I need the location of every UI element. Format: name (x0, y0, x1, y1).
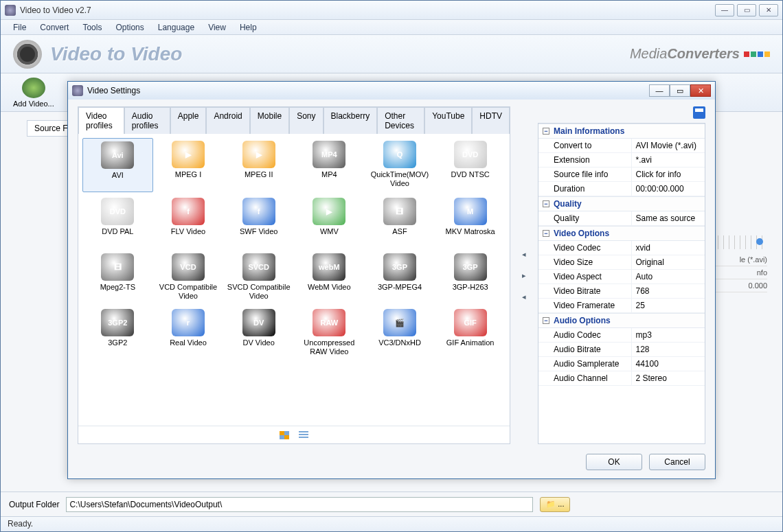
menu-item-file[interactable]: File (6, 21, 33, 34)
profile-avi[interactable]: AviAVI (82, 138, 153, 192)
profile-quicktime-mov-video[interactable]: QQuickTime(MOV) Video (365, 138, 435, 192)
add-video-button[interactable]: Add Video... (8, 76, 60, 109)
profile-3gp-h263[interactable]: 3GP3GP-H263 (435, 251, 506, 303)
grid-view-icon[interactable] (280, 431, 289, 439)
tab-sony[interactable]: Sony (289, 107, 323, 134)
tab-hdtv[interactable]: HDTV (472, 107, 510, 134)
menu-item-tools[interactable]: Tools (76, 21, 109, 34)
menu-item-convert[interactable]: Convert (33, 21, 76, 34)
profile-svcd-compatibile-video[interactable]: SVCDSVCD Compatibile Video (223, 251, 294, 303)
prop-group-main-informations[interactable]: −Main Informations (538, 124, 705, 139)
tab-blackberry[interactable]: Blackberry (324, 107, 378, 134)
prop-row[interactable]: Extension*.avi (538, 153, 705, 167)
profile-mp4[interactable]: MP4MP4 (294, 138, 365, 192)
menu-item-language[interactable]: Language (151, 21, 201, 34)
profile-flv-video[interactable]: fFLV Video (153, 195, 224, 248)
ok-button[interactable]: OK (586, 454, 642, 470)
tab-video-profiles[interactable]: Video profiles (78, 107, 124, 134)
prop-row[interactable]: Convert toAVI Movie (*.avi) (538, 139, 705, 153)
prop-value[interactable]: xvid (632, 241, 705, 255)
profile-dvd-pal[interactable]: DVDDVD PAL (82, 195, 153, 248)
dialog-maximize-button[interactable]: ▭ (670, 84, 690, 97)
profile-mkv-matroska[interactable]: MMKV Matroska (435, 195, 506, 248)
tab-mobile[interactable]: Mobile (250, 107, 289, 134)
menu-item-options[interactable]: Options (109, 21, 150, 34)
tab-audio-profiles[interactable]: Audio profiles (124, 107, 170, 134)
prop-row[interactable]: QualitySame as source (538, 211, 705, 226)
profile-gif-animation[interactable]: GIFGIF Animation (435, 306, 506, 359)
prop-value[interactable]: *.avi (632, 153, 705, 167)
scroll-left-icon-2[interactable]: ◂ (522, 292, 526, 301)
menu-item-view[interactable]: View (201, 21, 233, 34)
tab-apple[interactable]: Apple (170, 107, 207, 134)
prop-value[interactable]: Original (632, 255, 705, 269)
prop-group-quality[interactable]: −Quality (538, 196, 705, 211)
dialog-close-button[interactable]: ✕ (690, 84, 711, 97)
profile-vc3-dnxhd[interactable]: 🎬VC3/DNxHD (365, 306, 435, 359)
profile-icon: 🎬 (383, 309, 416, 336)
prop-value[interactable]: 2 Stereo (632, 371, 705, 385)
prop-group-title: Quality (554, 199, 582, 209)
minimize-button[interactable]: — (715, 4, 734, 16)
profile-mpeg2-ts[interactable]: 🎞Mpeg2-TS (82, 251, 153, 303)
profile-wmv[interactable]: ▶WMV (294, 195, 365, 248)
profile-dvd-ntsc[interactable]: DVDDVD NTSC (435, 138, 506, 192)
prop-row[interactable]: Audio Samplerate44100 (538, 357, 705, 371)
prop-row[interactable]: Source file infoClick for info (538, 167, 705, 182)
prop-value[interactable]: Auto (632, 270, 705, 284)
prop-value[interactable]: AVI Movie (*.avi) (632, 139, 705, 152)
save-icon[interactable] (693, 106, 705, 119)
add-video-label: Add Video... (13, 100, 54, 108)
profile-webm-video[interactable]: webMWebM Video (294, 251, 365, 303)
output-folder-input[interactable] (66, 497, 533, 512)
profile-swf-video[interactable]: fSWF Video (223, 195, 294, 248)
prop-value[interactable]: Same as source (632, 211, 705, 225)
prop-row[interactable]: Audio Codecmp3 (538, 328, 705, 343)
profile-real-video[interactable]: rReal Video (153, 306, 224, 359)
prop-row[interactable]: Audio Channel2 Stereo (538, 371, 705, 386)
collapse-icon[interactable]: − (543, 128, 549, 135)
profile-uncompressed-raw-video[interactable]: RAWUncompressed RAW Video (294, 306, 365, 359)
prop-row[interactable]: Audio Bitrate128 (538, 343, 705, 357)
maximize-button[interactable]: ▭ (737, 4, 756, 16)
prop-row[interactable]: Video AspectAuto (538, 270, 705, 284)
prop-row[interactable]: Video Bitrate768 (538, 284, 705, 299)
close-button[interactable]: ✕ (759, 4, 778, 16)
dialog-minimize-button[interactable]: — (649, 84, 670, 97)
profile-3gp2[interactable]: 3GP23GP2 (82, 306, 153, 359)
collapse-icon[interactable]: − (543, 317, 549, 324)
scroll-markers[interactable]: ◂ ▸ ◂ (519, 106, 530, 444)
cancel-button[interactable]: Cancel (649, 454, 705, 470)
scroll-right-icon[interactable]: ▸ (522, 271, 526, 280)
profile-dv-video[interactable]: DVDV Video (223, 306, 294, 359)
tab-android[interactable]: Android (206, 107, 249, 134)
list-view-icon[interactable] (299, 431, 308, 439)
prop-value[interactable]: 128 (632, 343, 705, 356)
collapse-icon[interactable]: − (543, 230, 549, 237)
prop-value[interactable]: 00:00:00.000 (632, 182, 705, 196)
prop-value[interactable]: mp3 (632, 328, 705, 342)
prop-value[interactable]: 25 (632, 299, 705, 312)
scroll-left-icon[interactable]: ◂ (522, 250, 526, 259)
prop-value[interactable]: 44100 (632, 357, 705, 371)
prop-value[interactable]: Click for info (632, 167, 705, 181)
profile-asf[interactable]: 🎞ASF (365, 195, 435, 248)
browse-folder-button[interactable]: 📁 ... (540, 497, 570, 512)
profile-mpeg-i[interactable]: ▶MPEG I (153, 138, 224, 192)
prop-group-audio-options[interactable]: −Audio Options (538, 313, 705, 328)
brand-logo: MediaConverters (630, 46, 770, 62)
collapse-icon[interactable]: − (543, 200, 549, 207)
app-icon (5, 5, 16, 16)
prop-row[interactable]: Video SizeOriginal (538, 255, 705, 270)
profile-vcd-compatibile-video[interactable]: VCDVCD Compatibile Video (153, 251, 224, 303)
tab-other-devices[interactable]: Other Devices (377, 107, 424, 134)
prop-row[interactable]: Video Framerate25 (538, 299, 705, 313)
prop-value[interactable]: 768 (632, 284, 705, 298)
prop-row[interactable]: Video Codecxvid (538, 241, 705, 255)
profile-3gp-mpeg4[interactable]: 3GP3GP-MPEG4 (365, 251, 435, 303)
tab-youtube[interactable]: YouTube (424, 107, 472, 134)
menu-item-help[interactable]: Help (233, 21, 264, 34)
prop-row[interactable]: Duration00:00:00.000 (538, 182, 705, 196)
prop-group-video-options[interactable]: −Video Options (538, 226, 705, 241)
profile-mpeg-ii[interactable]: ▶MPEG II (223, 138, 294, 192)
